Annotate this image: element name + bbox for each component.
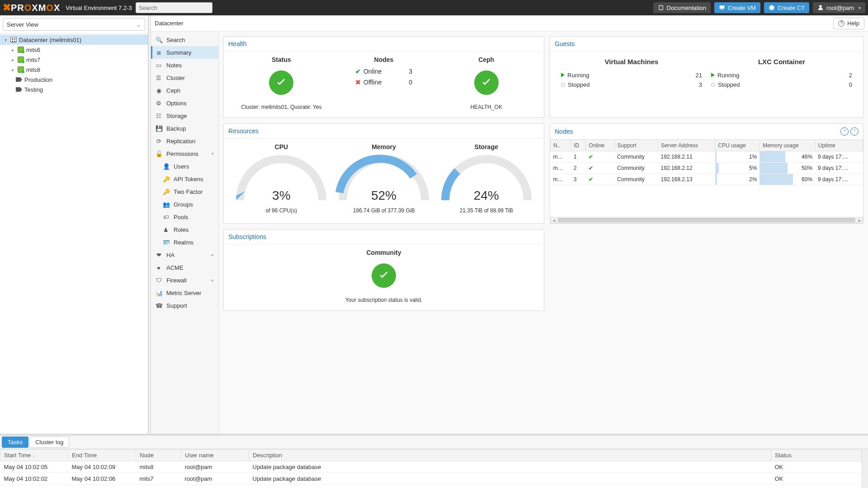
menu-replication[interactable]: ⟳Replication — [151, 135, 218, 147]
col-mem[interactable]: Memory usage — [760, 140, 815, 151]
menu-label: Metric Server — [166, 290, 201, 296]
table-row[interactable]: May 04 10:02:02May 04 10:02:06mits7root@… — [0, 473, 862, 485]
menu-summary[interactable]: ≣Summary — [151, 46, 218, 59]
tree-node-mits8[interactable]: ▸ mits8 — [0, 65, 148, 75]
menu-realms[interactable]: 🪪Realms — [151, 236, 218, 249]
menu-metric[interactable]: 📊Metric Server — [151, 286, 218, 299]
tree-node-mits7[interactable]: ▸ mits7 — [0, 55, 148, 65]
vertical-scrollbar[interactable] — [862, 449, 868, 488]
menu-notes[interactable]: ▭Notes — [151, 59, 218, 71]
tab-tasks[interactable]: Tasks — [2, 436, 28, 448]
tree-pool-production[interactable]: Production — [0, 75, 148, 84]
col-name[interactable]: N.. — [551, 140, 571, 151]
col-node[interactable]: Node — [136, 450, 181, 461]
product-subtitle: Virtual Environment 7.2-3 — [66, 5, 132, 11]
menu-groups[interactable]: 👥Groups — [151, 198, 218, 211]
menu-search[interactable]: 🔍Search — [151, 33, 218, 46]
menu-acme[interactable]: ●ACME — [151, 261, 218, 274]
menu-cluster[interactable]: ☰Cluster — [151, 71, 218, 84]
ceph-icon: ◉ — [156, 87, 162, 94]
lxc-heading: LXC Container — [711, 58, 852, 66]
stopped-label: Stopped — [718, 81, 740, 88]
menu-permissions[interactable]: 🔓Permissions▾ — [151, 147, 218, 160]
menu-firewall[interactable]: 🛡Firewall▸ — [151, 274, 218, 286]
documentation-button[interactable]: Documentation — [653, 2, 711, 13]
menu-users[interactable]: 👤Users — [151, 160, 218, 173]
menu-storage[interactable]: ☷Storage — [151, 109, 218, 122]
col-start[interactable]: Start Time↓ — [0, 450, 68, 461]
table-row[interactable]: m…3✔Community192.168.2.132%60%9 days 17:… — [551, 174, 863, 185]
menu-ha[interactable]: ❤HA▸ — [151, 249, 218, 261]
list-icon: ≣ — [156, 49, 162, 56]
online-label: Online — [363, 68, 382, 75]
cpu-value: 3% — [236, 188, 326, 203]
play-icon — [711, 73, 715, 77]
check-icon: ✔ — [589, 176, 593, 183]
collapse-icon[interactable]: ▾ — [3, 38, 8, 42]
save-icon: 💾 — [156, 125, 162, 132]
menu-options[interactable]: ⚙Options — [151, 97, 218, 109]
lock-icon: 🔓 — [156, 150, 162, 157]
user-menu[interactable]: root@pam ▾ — [813, 2, 865, 13]
menu-label: Ceph — [166, 87, 180, 94]
move-up-button[interactable]: ˄ — [840, 127, 849, 136]
menu-support[interactable]: ☎Support — [151, 299, 218, 312]
expand-icon[interactable]: ▸ — [10, 47, 15, 52]
server-icon — [17, 66, 24, 73]
menu-backup[interactable]: 💾Backup — [151, 122, 218, 135]
table-row[interactable]: m…1✔Community192.168.2.111%46%9 days 17:… — [551, 151, 863, 163]
subscription-level: Community — [230, 249, 538, 256]
key-icon: 🔑 — [163, 176, 169, 183]
col-id[interactable]: ID — [571, 140, 586, 151]
check-icon: ✔ — [589, 165, 593, 171]
col-status[interactable]: Status — [771, 450, 862, 461]
search-icon: 🔍 — [156, 37, 162, 43]
menu-ceph[interactable]: ◉Ceph — [151, 84, 218, 97]
menu-roles[interactable]: ♟Roles — [151, 223, 218, 236]
dashboard: Health Status Cluster: mellmits01, Quora… — [219, 32, 868, 488]
menu-label: HA — [166, 252, 175, 258]
col-uptime[interactable]: Uptime — [815, 140, 863, 151]
expand-icon[interactable]: ▸ — [10, 67, 15, 72]
create-ct-button[interactable]: Create CT — [764, 2, 809, 13]
table-row[interactable]: May 04 10:02:05May 04 10:02:09mits8root@… — [0, 461, 862, 473]
menu-label: Backup — [166, 125, 186, 132]
expand-icon[interactable]: ▸ — [10, 57, 15, 62]
tree-datacenter[interactable]: ▾ Datacenter (mellmits01) — [0, 35, 148, 45]
menu-api-tokens[interactable]: 🔑API Tokens — [151, 173, 218, 185]
create-vm-button[interactable]: Create VM — [714, 2, 760, 13]
lifebuoy-icon: ☎ — [156, 302, 162, 309]
tree-node-mits6[interactable]: ▸ mits6 — [0, 45, 148, 55]
search-input[interactable] — [136, 2, 212, 13]
nodes-panel: Nodes ˄ ˅ N.. ID Online Sup — [550, 123, 863, 224]
help-button[interactable]: ? Help — [833, 18, 864, 29]
monitor-icon — [719, 5, 725, 11]
menu-label: Storage — [166, 113, 187, 119]
tree-pool-label: Testing — [24, 86, 43, 93]
move-down-button[interactable]: ˅ — [850, 127, 859, 136]
table-row[interactable]: m…2✔Community192.168.2.125%50%9 days 17:… — [551, 163, 863, 174]
menu-pools[interactable]: 🏷Pools — [151, 211, 218, 223]
col-end[interactable]: End Time — [68, 450, 136, 461]
col-addr[interactable]: Server Address — [658, 140, 715, 151]
breadcrumb-bar: Datacenter ? Help — [151, 15, 868, 32]
col-desc[interactable]: Description — [249, 450, 771, 461]
menu-label: Pools — [174, 214, 189, 221]
memory-value: 52% — [339, 188, 429, 203]
health-status-heading: Status — [230, 56, 333, 63]
cpu-heading: CPU — [230, 143, 333, 150]
view-selector[interactable]: Server View ⌄ — [3, 18, 145, 31]
menu-two-factor[interactable]: 🔑Two Factor — [151, 185, 218, 198]
tree-pool-testing[interactable]: Testing — [0, 84, 148, 94]
col-online[interactable]: Online — [586, 140, 614, 151]
memory-gauge: 52% — [339, 155, 429, 200]
col-user[interactable]: User name — [181, 450, 249, 461]
horizontal-scrollbar[interactable]: ◂▸ — [550, 217, 863, 223]
tab-cluster-log[interactable]: Cluster log — [29, 436, 69, 448]
col-cpu[interactable]: CPU usage — [715, 140, 760, 151]
col-support[interactable]: Support — [614, 140, 658, 151]
cube-icon — [769, 5, 775, 11]
menu-label: Summary — [166, 49, 192, 56]
cpu-subtext: of 96 CPU(s) — [230, 207, 333, 214]
menu-label: ACME — [166, 264, 184, 271]
